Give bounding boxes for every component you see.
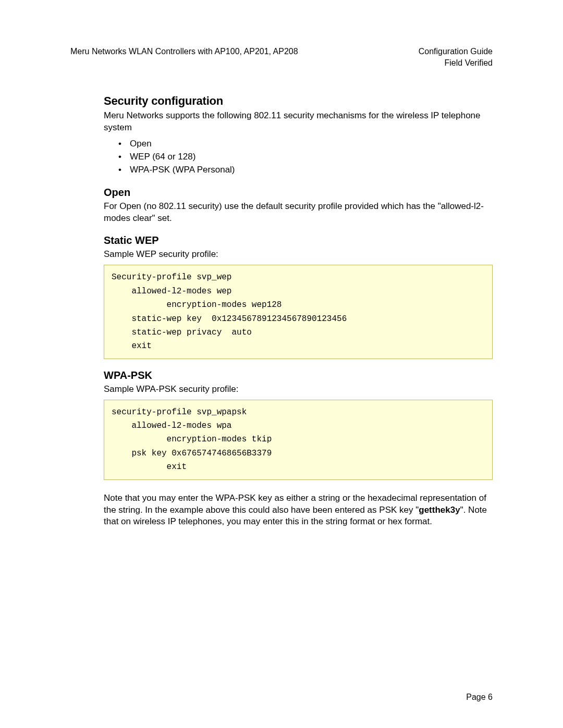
list-item: Open	[118, 138, 493, 150]
list-item: WPA-PSK (WPA Personal)	[118, 164, 493, 176]
wep-intro: Sample WEP security profile:	[104, 249, 493, 261]
body-content: Security configuration Meru Networks sup…	[104, 93, 493, 528]
wep-heading: Static WEP	[104, 233, 493, 248]
wpa-intro: Sample WPA-PSK security profile:	[104, 384, 493, 396]
note-paragraph: Note that you may enter the WPA-PSK key …	[104, 492, 493, 528]
note-bold-key: getthek3y	[419, 505, 460, 515]
header-left: Meru Networks WLAN Controllers with AP10…	[70, 46, 298, 57]
intro-paragraph: Meru Networks supports the following 802…	[104, 110, 493, 134]
security-bullets: Open WEP (64 or 128) WPA-PSK (WPA Person…	[104, 138, 493, 176]
header-right-line2: Field Verified	[419, 57, 493, 69]
page-number: Page 6	[466, 692, 493, 703]
header-right-line1: Configuration Guide	[419, 46, 493, 57]
document-page: Meru Networks WLAN Controllers with AP10…	[0, 0, 563, 728]
section-title: Security configuration	[104, 93, 493, 109]
header-right: Configuration Guide Field Verified	[419, 46, 493, 68]
wpa-code-block: security-profile svp_wpapsk allowed-l2-m…	[104, 400, 493, 480]
open-paragraph: For Open (no 802.11 security) use the de…	[104, 201, 493, 225]
running-header: Meru Networks WLAN Controllers with AP10…	[70, 46, 493, 68]
wpa-heading: WPA-PSK	[104, 368, 493, 382]
wep-code-block: Security-profile svp_wep allowed-l2-mode…	[104, 265, 493, 359]
list-item: WEP (64 or 128)	[118, 151, 493, 163]
open-heading: Open	[104, 186, 493, 200]
